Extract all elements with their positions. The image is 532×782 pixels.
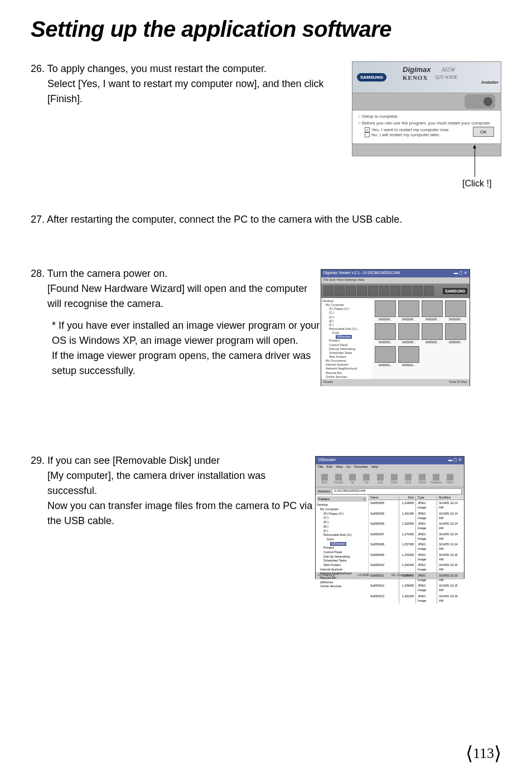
tree-recycle[interactable]: Recycle Bin [322,371,371,375]
toolbar-btn[interactable] [390,286,400,296]
thumbnail[interactable]: SA55000... [422,300,443,321]
toolbar-btn[interactable] [368,286,378,296]
thumbnail[interactable]: SA55001... [375,346,396,367]
thumbnail[interactable]: SA55000... [398,300,419,321]
tree-f[interactable]: (F:) [322,323,371,327]
list-item[interactable]: Sa5500111,261KBJPEG Image3/14/05 10:15 A… [369,573,464,583]
tree-d[interactable]: (D:) [317,520,367,525]
address-input[interactable]: G:\DCIM\100SSCAM [332,488,462,495]
viewer-menubar[interactable]: File Edit View Settings Help [321,277,470,284]
tree-e[interactable]: (E:) [322,319,371,323]
delete-button[interactable]: Delete [415,472,429,486]
views-button[interactable]: Views [443,472,457,486]
list-item[interactable]: Sa5500061,261KBJPEG Image3/14/05 10:14 A… [369,511,464,521]
tree-floppy[interactable]: 3½ Floppy (A:) [322,307,371,311]
properties-button[interactable]: Properties [429,472,443,486]
forward-button[interactable]: Forward [332,472,345,486]
window-controls-icon[interactable]: ▬ ▢ ✕ [448,458,462,463]
col-type[interactable]: Type [416,495,437,500]
tree-dialup[interactable]: Dial-Up Networking [322,347,371,351]
tree-dialup[interactable]: Dial-Up Networking [317,555,367,559]
tree-webfolders[interactable]: Web Folders [317,563,367,568]
toolbar-btn[interactable] [335,286,345,296]
menu-help[interactable]: Help [371,465,378,470]
toolbar-btn[interactable] [402,286,412,296]
ok-button[interactable]: OK [473,127,494,137]
menu-favorites[interactable]: Favorites [354,465,368,470]
tree-control[interactable]: Control Panel [317,550,367,555]
explorer-list[interactable]: Name Size Type Modified Sa5500051,228KBJ… [369,495,464,572]
tree-d[interactable]: (D:) [322,315,371,319]
tree-a55wmov[interactable]: a55wmov [317,580,367,585]
tree-webfolders[interactable]: Web Folders [322,355,371,359]
tree-removable[interactable]: Removable Disk (G:) [317,533,367,538]
tree-dcim[interactable]: Dcim [322,331,371,335]
tree-printers[interactable]: Printers [322,339,371,343]
tree-online[interactable]: Online Services [317,584,367,589]
toolbar-btn[interactable] [379,286,389,296]
tree-e[interactable]: (E:) [317,525,367,529]
back-button[interactable]: Back [318,472,331,486]
toolbar-btn[interactable] [357,286,367,296]
tree-sscam[interactable]: 100sscam [317,542,367,546]
tree-control[interactable]: Control Panel [322,343,371,347]
tree-dcim[interactable]: Dcim [317,538,367,542]
tree-scheduled[interactable]: Scheduled Tasks [322,351,371,355]
thumbnail[interactable]: SA55000... [445,323,466,344]
tree-online[interactable]: Online Services [322,375,371,379]
thumbnail[interactable]: SA55000... [422,323,443,344]
tree-mycomputer[interactable]: My Computer [317,507,367,512]
list-item[interactable]: Sa5500121,259KBJPEG Image3/14/05 10:15 A… [369,583,464,593]
explorer-screenshot: 100sscam ▬ ▢ ✕ File Edit View Go Favorit… [315,456,465,579]
close-icon[interactable]: × [363,497,365,501]
up-button[interactable]: Up [346,472,359,486]
thumbnail[interactable]: SA55000... [445,300,466,321]
col-name[interactable]: Name [369,495,399,500]
cut-button[interactable]: Cut [360,472,373,486]
paste-button[interactable]: Paste [388,472,401,486]
tree-ie[interactable]: Internet Explorer [322,363,371,367]
tree-mycomputer[interactable]: My Computer [322,303,371,307]
window-controls-icon[interactable]: ▬ ▢ ✕ [454,271,467,276]
viewer-tree[interactable]: Desktop My Computer 3½ Floppy (A:) (C:) … [321,298,373,379]
undo-button[interactable]: Undo [402,472,415,486]
tree-ie[interactable]: Internet Explorer [317,568,367,572]
tree-c[interactable]: (C:) [322,311,371,315]
menu-file[interactable]: File [318,465,323,470]
tree-floppy[interactable]: 3½ Floppy (A:) [317,512,367,516]
toolbar-btn[interactable] [424,286,434,296]
list-item[interactable]: Sa5500051,228KBJPEG Image3/14/05 10:13 A… [369,500,464,511]
tree-network[interactable]: Network Neighborhood [322,367,371,371]
explorer-tree[interactable]: Folders× Desktop My Computer 3½ Floppy (… [316,495,369,572]
menu-go[interactable]: Go [346,465,351,470]
tree-sscam[interactable]: 100sscam [322,335,371,339]
tree-f[interactable]: (F:) [317,529,367,534]
toolbar-btn[interactable] [323,286,333,296]
toolbar-btn[interactable] [413,286,423,296]
tree-scheduled[interactable]: Scheduled Tasks [317,559,367,563]
list-item[interactable]: Sa5500061,263KBJPEG Image3/14/05 10:14 A… [369,521,464,531]
tree-removable[interactable]: Removable Disk (G:) [322,327,371,331]
tree-c[interactable]: (C:) [317,516,367,520]
tree-desktop[interactable]: Desktop [322,299,371,303]
list-item[interactable]: Sa5500071,270KBJPEG Image3/14/05 10:14 A… [369,531,464,542]
list-item[interactable]: Sa5500091,253KBJPEG Image3/14/05 10:15 A… [369,552,464,563]
col-modified[interactable]: Modified [437,495,464,500]
thumbnail[interactable]: SA55001... [398,346,419,367]
tree-printers[interactable]: Printers [317,546,367,550]
list-item[interactable]: Sa5500081,257KBJPEG Image3/14/05 10:14 A… [369,541,464,552]
menu-edit[interactable]: Edit [327,465,332,470]
col-size[interactable]: Size [399,495,416,500]
thumbnail[interactable]: SA55000... [375,323,396,344]
tree-desktop[interactable]: Desktop [317,503,367,507]
explorer-menubar[interactable]: File Edit View Go Favorites Help [316,464,464,471]
list-item[interactable]: Sa5500131,261KBJPEG Image3/14/05 10:16 A… [369,593,464,604]
toolbar-btn[interactable] [346,286,356,296]
copy-button[interactable]: Copy [374,472,387,486]
thumbnail[interactable]: SA55000... [398,323,419,344]
menu-view[interactable]: View [336,465,343,470]
list-header[interactable]: Name Size Type Modified [369,495,464,500]
tree-mydocs[interactable]: My Documents [322,359,371,363]
thumbnail[interactable]: SA55000... [375,300,396,321]
list-item[interactable]: Sa5500101,262KBJPEG Image3/14/05 10:15 A… [369,562,464,573]
